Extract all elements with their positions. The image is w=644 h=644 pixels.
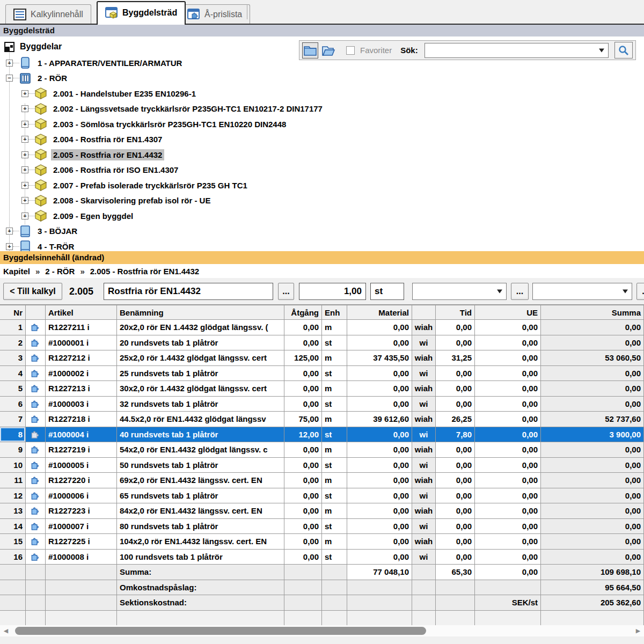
tree-item-label[interactable]: 2.005 - Rostfria rör EN1.4432 [51,149,164,160]
cell-ue[interactable]: 0,00 [475,458,541,473]
cell-tid[interactable]: 7,80 [436,427,475,443]
cell-flag[interactable]: wiah [412,534,436,550]
cell-summa[interactable]: 0,00 [541,488,644,504]
name-ellipsis-button[interactable]: ... [278,283,294,300]
cell-tid[interactable]: 0,00 [436,397,475,412]
expand-expander-icon[interactable]: + [21,182,28,189]
cell-ue[interactable]: 0,00 [475,350,541,366]
cell-enh[interactable]: st [322,519,347,535]
favoriter-checkbox[interactable] [346,46,355,55]
cell-flag[interactable]: wi [412,427,436,443]
breadcrumb-byggdel[interactable]: 2.005 - Rostfria rör EN1.4432 [90,267,199,276]
cell-summa[interactable]: 0,00 [541,519,644,535]
cell-atgang[interactable]: 0,00 [284,320,322,335]
cell-tid[interactable]: 0,00 [436,550,475,565]
article-icon-cell[interactable] [26,427,46,443]
tree-item[interactable]: +3 - BÖJAR [0,224,644,239]
cell-material[interactable]: 0,00 [347,503,412,519]
cell-flag[interactable]: wi [412,366,436,382]
article-icon-cell[interactable] [26,458,46,473]
cell-artikel[interactable]: R1227212 i [46,350,117,366]
article-icon-cell[interactable] [26,335,46,351]
cell-tid[interactable]: 0,00 [436,473,475,488]
row-number[interactable]: 12 [0,488,26,504]
cell-flag[interactable]: wiah [412,320,436,335]
tab-byggdelstrad[interactable]: Byggdelsträd [97,1,186,25]
cell-benamning[interactable]: 32 rundsvets tab 1 plåtrör [117,397,284,412]
cell-benamning[interactable]: 80 rundsvets tab 1 plåtrör [117,519,284,535]
row-number[interactable]: 6 [0,397,26,412]
expand-expander-icon[interactable]: + [21,136,28,143]
cell-tid[interactable]: 26,25 [436,412,475,427]
cell-flag[interactable]: wiah [412,442,436,458]
cell-material[interactable]: 0,00 [347,458,412,473]
tree-item-label[interactable]: 2.004 - Rostfria rör EN1.4307 [51,134,164,145]
tree-item[interactable]: +4 - T-RÖR [0,239,644,251]
tree-item-label[interactable]: 2.006 - Rostfria rör ISO EN1.4307 [51,164,180,175]
cell-enh[interactable]: st [322,550,347,565]
cell-atgang[interactable]: 0,00 [284,381,322,397]
cell-tid[interactable]: 0,00 [436,519,475,535]
cell-ue[interactable]: 0,00 [475,320,541,335]
tree-item[interactable]: +2.004 - Rostfria rör EN1.4307 [0,132,644,148]
tree-item-label[interactable]: 2 - RÖR [35,72,69,84]
cell-summa[interactable]: 0,00 [541,534,644,550]
cell-artikel[interactable]: R1227211 i [46,320,117,335]
cell-enh[interactable]: m [322,473,347,488]
cell-ue[interactable]: 0,00 [475,412,541,427]
cell-flag[interactable]: wi [412,488,436,504]
cell-artikel[interactable]: R1227213 i [46,381,117,397]
cell-summa[interactable]: 0,00 [541,381,644,397]
cell-enh[interactable]: st [322,366,347,382]
cell-enh[interactable]: m [322,350,347,366]
article-icon-cell[interactable] [26,397,46,412]
cell-atgang[interactable]: 0,00 [284,397,322,412]
cell-enh[interactable]: st [322,335,347,351]
row-number[interactable]: 11 [0,473,26,488]
cell-material[interactable]: 0,00 [347,366,412,382]
tab-kalkylinnehall[interactable]: Kalkylinnehåll [5,4,91,24]
cell-flag[interactable]: wi [412,519,436,535]
cell-artikel[interactable]: #1000006 i [46,488,117,504]
tree-item[interactable]: +2.008 - Skarvisolering prefab isol rör … [0,193,644,209]
cell-tid[interactable]: 31,25 [436,350,475,366]
till-kalkyl-button[interactable]: < Till kalkyl [3,283,62,300]
cell-artikel[interactable]: R1227223 i [46,503,117,519]
cell-flag[interactable]: wiah [412,381,436,397]
tab-a-prislista[interactable]: Å-prislista [179,4,250,24]
cell-atgang[interactable]: 0,00 [284,335,322,351]
collapse-folder-button[interactable] [302,42,318,58]
search-button[interactable] [614,42,633,58]
cell-material[interactable]: 0,00 [347,442,412,458]
tree-item-label[interactable]: 3 - BÖJAR [35,225,79,237]
cell-summa[interactable]: 0,00 [541,397,644,412]
article-icon-cell[interactable] [26,473,46,488]
cell-enh[interactable]: m [322,320,347,335]
cell-ue[interactable]: 0,00 [475,488,541,504]
cell-benamning[interactable]: 25x2,0 rör 1.4432 glödgat längssv. cert [117,350,284,366]
cell-benamning[interactable]: 20x2,0 rör EN 1.4432 glödgat längssv. ( [117,320,284,335]
cell-tid[interactable]: 0,00 [436,442,475,458]
scrollbar-thumb[interactable] [15,627,426,635]
tree-item-label[interactable]: 2.001 - Handelstuber E235 EN10296-1 [51,88,198,99]
cell-benamning[interactable]: 30x2,0 rör 1.4432 glödgat längssv. cert [117,381,284,397]
expand-expander-icon[interactable]: + [6,60,13,67]
tree-item[interactable]: +2.001 - Handelstuber E235 EN10296-1 [0,86,644,101]
cell-benamning[interactable]: 69x2,0 rör EN1.4432 längssv. cert. EN [117,473,284,488]
cell-enh[interactable]: st [322,397,347,412]
cell-summa[interactable]: 52 737,60 [541,412,644,427]
breadcrumb-chapter[interactable]: 2 - RÖR [45,267,75,276]
cell-atgang[interactable]: 0,00 [284,488,322,504]
article-icon-cell[interactable] [26,442,46,458]
cell-material[interactable]: 0,00 [347,397,412,412]
tree-item[interactable]: +2.005 - Rostfria rör EN1.4432 [0,147,644,163]
column-header-col-atgang[interactable]: Åtgång [284,305,322,320]
column-header-col-enh[interactable]: Enh [322,305,347,320]
row-number[interactable]: 4 [0,366,26,382]
tree-item[interactable]: −2 - RÖR [0,71,644,86]
expand-expander-icon[interactable]: + [21,90,28,97]
expand-expander-icon[interactable]: + [21,121,28,128]
detail-combobox-2[interactable] [532,283,632,300]
horizontal-scrollbar[interactable]: ◀ ▶ [0,625,644,636]
cell-atgang[interactable]: 0,00 [284,519,322,535]
